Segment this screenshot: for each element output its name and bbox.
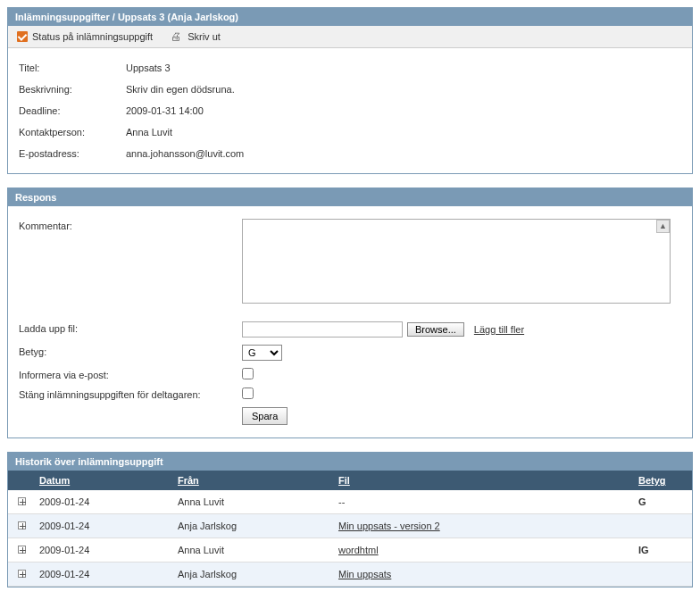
status-button[interactable]: Status på inlämningsuppgift xyxy=(17,31,153,42)
beskrivning-value: Skriv din egen dödsruna. xyxy=(126,84,681,95)
kommentar-label: Kommentar: xyxy=(19,219,242,231)
response-panel: Respons Kommentar: ▲ Ladda upp fil: Brow… xyxy=(7,188,693,438)
col-fil-header[interactable]: Fil xyxy=(338,475,350,486)
epost-label: E-postadress: xyxy=(19,148,126,159)
row-grade: G xyxy=(638,496,692,507)
file-link[interactable]: Min uppsats - version 2 xyxy=(338,521,440,531)
kommentar-textarea[interactable] xyxy=(242,219,671,304)
kontakt-label: Kontaktperson: xyxy=(19,127,126,138)
titel-label: Titel: xyxy=(19,62,126,73)
scroll-up-icon[interactable]: ▲ xyxy=(656,220,670,233)
table-row: 2009-01-24Anna LuvitwordhtmlIG xyxy=(8,538,692,562)
row-from: Anna Luvit xyxy=(178,545,338,555)
beskrivning-label: Beskrivning: xyxy=(19,84,126,95)
betyg-select[interactable]: G xyxy=(242,345,282,361)
table-row: 2009-01-24Anja JarlskogMin uppsats - ver… xyxy=(8,514,692,538)
betyg-label: Betyg: xyxy=(19,345,242,357)
col-datum-header[interactable]: Datum xyxy=(39,475,70,486)
details-section: Titel: Uppsats 3 Beskrivning: Skriv din … xyxy=(8,48,692,173)
informera-checkbox[interactable] xyxy=(242,368,254,379)
row-file: Min uppsats - version 2 xyxy=(338,521,638,531)
history-header: Historik över inlämningsuppgift xyxy=(8,453,692,471)
row-date: 2009-01-24 xyxy=(35,569,178,579)
expand-icon[interactable] xyxy=(18,546,26,554)
expand-icon[interactable] xyxy=(18,570,26,578)
spara-button[interactable]: Spara xyxy=(242,407,288,425)
expand-icon[interactable] xyxy=(18,521,26,529)
deadline-value: 2009-01-31 14:00 xyxy=(126,105,681,116)
print-button[interactable]: Skriv ut xyxy=(171,31,221,42)
col-fran-header[interactable]: Från xyxy=(178,475,199,486)
history-table-header: Datum Från Fil Betyg xyxy=(8,471,692,490)
informera-label: Informera via e-post: xyxy=(19,368,242,380)
row-from: Anja Jarlskog xyxy=(178,569,338,579)
row-date: 2009-01-24 xyxy=(35,545,178,555)
stang-checkbox[interactable] xyxy=(242,388,254,399)
row-from: Anna Luvit xyxy=(178,496,338,507)
print-label: Skriv ut xyxy=(188,31,221,42)
file-link[interactable]: Min uppsats xyxy=(338,569,391,579)
row-date: 2009-01-24 xyxy=(35,496,178,507)
status-icon xyxy=(17,31,28,42)
assignment-header: Inlämningsuppgifter / Uppsats 3 (Anja Ja… xyxy=(8,8,692,26)
file-input[interactable] xyxy=(242,321,403,338)
row-from: Anja Jarlskog xyxy=(178,521,338,531)
browse-button[interactable]: Browse... xyxy=(407,322,464,337)
print-icon xyxy=(171,31,183,42)
stang-label: Stäng inlämningsuppgiften för deltagaren… xyxy=(19,388,242,400)
status-label: Status på inlämningsuppgift xyxy=(32,31,153,42)
row-file: wordhtml xyxy=(338,545,638,555)
history-body: Datum Från Fil Betyg 2009-01-24Anna Luvi… xyxy=(8,471,692,587)
response-form: Kommentar: ▲ Ladda upp fil: Browse... Lä… xyxy=(8,206,692,438)
assignment-panel: Inlämningsuppgifter / Uppsats 3 (Anja Ja… xyxy=(7,7,693,174)
table-row: 2009-01-24Anja JarlskogMin uppsats xyxy=(8,562,692,587)
epost-value: anna.johansson@luvit.com xyxy=(126,148,681,159)
row-file: Min uppsats xyxy=(338,569,638,579)
file-link[interactable]: wordhtml xyxy=(338,545,379,555)
response-header: Respons xyxy=(8,188,692,206)
row-date: 2009-01-24 xyxy=(35,521,178,531)
kontakt-value: Anna Luvit xyxy=(126,127,681,138)
history-panel: Historik över inlämningsuppgift Datum Fr… xyxy=(7,452,693,588)
ladda-label: Ladda upp fil: xyxy=(19,321,242,334)
row-grade: IG xyxy=(638,545,692,555)
table-row: 2009-01-24Anna Luvit--G xyxy=(8,490,692,514)
add-more-link[interactable]: Lägg till fler xyxy=(474,324,524,335)
row-file: -- xyxy=(338,496,638,507)
expand-icon[interactable] xyxy=(18,497,26,505)
toolbar: Status på inlämningsuppgift Skriv ut xyxy=(8,26,692,48)
col-betyg-header[interactable]: Betyg xyxy=(638,475,666,486)
titel-value: Uppsats 3 xyxy=(126,62,681,73)
deadline-label: Deadline: xyxy=(19,105,126,116)
